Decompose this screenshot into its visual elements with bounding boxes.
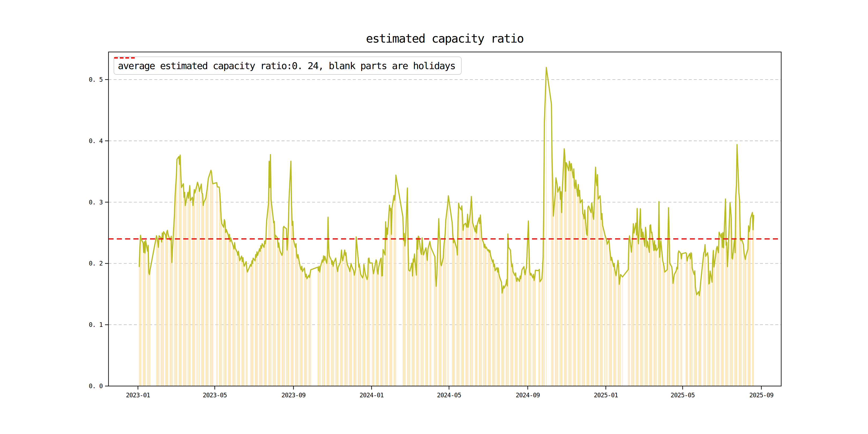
daily-bar bbox=[480, 215, 480, 386]
daily-bar bbox=[718, 250, 718, 386]
legend: average estimated capacity ratio:0. 24, … bbox=[114, 57, 462, 75]
daily-bar bbox=[230, 238, 231, 386]
daily-bar bbox=[716, 248, 717, 386]
daily-bar bbox=[515, 276, 515, 386]
daily-bar bbox=[465, 223, 466, 386]
daily-bar bbox=[452, 223, 453, 386]
daily-bar bbox=[467, 214, 468, 386]
daily-bar bbox=[723, 248, 724, 386]
daily-bar bbox=[351, 266, 352, 386]
daily-bar bbox=[264, 247, 265, 386]
daily-bar bbox=[696, 295, 697, 386]
daily-bar bbox=[355, 269, 356, 386]
daily-bar bbox=[700, 283, 701, 386]
daily-bar bbox=[295, 247, 296, 386]
daily-bar bbox=[748, 249, 748, 386]
daily-bar bbox=[574, 186, 575, 386]
daily-bar bbox=[144, 242, 145, 386]
daily-bar bbox=[388, 235, 388, 386]
daily-bar bbox=[629, 236, 630, 386]
daily-bar bbox=[271, 199, 271, 386]
daily-bar bbox=[498, 268, 499, 386]
daily-bar bbox=[347, 265, 347, 386]
daily-bar bbox=[320, 267, 321, 386]
daily-bar bbox=[403, 241, 404, 386]
daily-bar bbox=[660, 248, 661, 386]
daily-bar bbox=[266, 221, 267, 386]
x-tick-label: 2024-09 bbox=[516, 392, 540, 399]
daily-bar bbox=[735, 253, 735, 386]
daily-bar bbox=[722, 247, 722, 386]
x-tick-label: 2023-05 bbox=[203, 392, 227, 399]
x-tick-label: 2025-05 bbox=[671, 392, 695, 399]
daily-bar bbox=[270, 188, 270, 386]
daily-bar bbox=[386, 228, 387, 386]
daily-bar bbox=[405, 246, 405, 386]
daily-bar bbox=[560, 199, 561, 386]
daily-bar bbox=[363, 275, 364, 386]
daily-bar bbox=[568, 170, 569, 386]
daily-bar bbox=[440, 264, 441, 386]
daily-bar bbox=[517, 281, 517, 386]
daily-bar bbox=[369, 258, 369, 386]
daily-bar bbox=[524, 267, 524, 386]
daily-bar bbox=[309, 278, 310, 386]
daily-bar bbox=[619, 284, 620, 386]
daily-bar bbox=[694, 275, 694, 386]
daily-bar bbox=[713, 250, 714, 386]
daily-bar bbox=[346, 253, 346, 386]
daily-bar bbox=[455, 242, 455, 386]
daily-bar bbox=[381, 258, 381, 386]
daily-bar bbox=[565, 191, 566, 386]
daily-bar bbox=[588, 206, 589, 386]
daily-bar bbox=[721, 233, 722, 386]
daily-bar bbox=[730, 203, 730, 386]
daily-bar bbox=[193, 199, 194, 386]
daily-bar bbox=[712, 282, 712, 386]
daily-bar bbox=[344, 250, 345, 386]
daily-bar bbox=[578, 185, 579, 386]
daily-bar bbox=[242, 262, 243, 386]
daily-bar bbox=[297, 255, 297, 386]
daily-bar bbox=[485, 244, 485, 386]
daily-bar bbox=[705, 256, 706, 386]
daily-bar bbox=[718, 253, 719, 386]
legend-dash-icon bbox=[114, 57, 135, 59]
daily-bar bbox=[734, 239, 735, 386]
daily-bar bbox=[179, 164, 180, 386]
daily-bar bbox=[197, 186, 197, 386]
x-tick-label: 2023-09 bbox=[281, 392, 305, 399]
daily-bar bbox=[275, 235, 276, 386]
daily-bar bbox=[488, 251, 488, 386]
daily-bar bbox=[520, 276, 520, 386]
daily-bar bbox=[575, 189, 576, 386]
daily-bar bbox=[571, 163, 571, 386]
daily-bar bbox=[174, 215, 175, 386]
daily-bar bbox=[750, 219, 751, 386]
daily-bar bbox=[674, 279, 674, 386]
daily-bar bbox=[444, 246, 444, 386]
daily-bar bbox=[687, 261, 687, 386]
daily-bar bbox=[350, 272, 350, 386]
daily-bar bbox=[526, 270, 526, 386]
daily-bar bbox=[494, 264, 495, 386]
daily-bar bbox=[638, 244, 639, 386]
daily-bar bbox=[340, 262, 341, 386]
daily-bar bbox=[689, 254, 690, 386]
daily-bar bbox=[188, 192, 188, 386]
daily-bar bbox=[649, 252, 650, 386]
daily-bar bbox=[719, 232, 719, 386]
figure: 2023-012023-052023-092024-012024-052024-… bbox=[0, 0, 868, 434]
y-axis: 0. 00. 10. 20. 30. 40. 5 bbox=[89, 76, 108, 390]
daily-bar bbox=[199, 191, 199, 386]
daily-bar bbox=[332, 265, 332, 386]
daily-bar bbox=[230, 242, 230, 386]
daily-bar bbox=[559, 187, 560, 386]
y-tick-label: 0. 3 bbox=[89, 199, 103, 206]
daily-bar bbox=[622, 277, 623, 386]
daily-bar bbox=[739, 194, 739, 386]
daily-bar bbox=[279, 243, 279, 386]
daily-bar bbox=[359, 267, 359, 386]
daily-bar bbox=[497, 268, 497, 386]
daily-bar bbox=[225, 222, 225, 386]
